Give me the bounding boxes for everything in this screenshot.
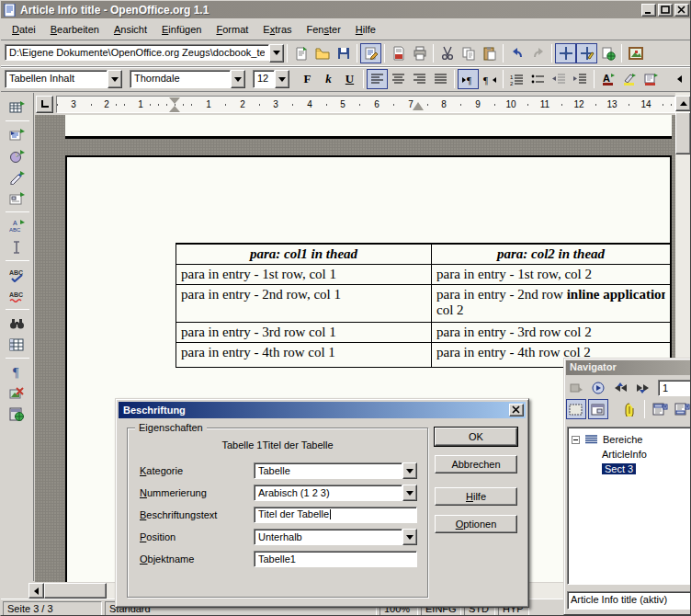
- align-left-button[interactable]: [367, 69, 388, 89]
- footer-button[interactable]: [672, 399, 691, 419]
- paragraph-background-button[interactable]: [640, 69, 661, 89]
- kategorie-dropdown-icon[interactable]: [402, 462, 417, 479]
- page-number-spinbox[interactable]: [658, 380, 691, 396]
- right-indent-marker[interactable]: [413, 102, 424, 110]
- font-dropdown-icon[interactable]: [231, 70, 245, 88]
- align-right-button[interactable]: [409, 69, 430, 89]
- tree-item-articleinfo[interactable]: ArticleInfo: [568, 447, 691, 462]
- highlighting-button[interactable]: [618, 69, 640, 89]
- font-size-combobox[interactable]: 12: [253, 70, 289, 88]
- url-input[interactable]: [5, 44, 269, 61]
- menu-extras[interactable]: Extras: [255, 21, 299, 38]
- content-view-button[interactable]: [588, 399, 608, 419]
- tab-type-selector[interactable]: [36, 96, 53, 113]
- collapse-icon[interactable]: [572, 436, 580, 444]
- menu-format[interactable]: Format: [209, 21, 255, 38]
- size-dropdown-icon[interactable]: [275, 70, 289, 88]
- set-reminder-button[interactable]: [619, 399, 640, 419]
- hyperlink-bar-button[interactable]: [597, 43, 618, 63]
- menu-fenster[interactable]: Fenster: [300, 21, 348, 38]
- left-to-right-button[interactable]: ¶: [458, 69, 479, 89]
- nonprinting-characters-button[interactable]: ¶: [5, 361, 30, 382]
- list-box-toggle-button[interactable]: [566, 399, 586, 419]
- table-cell[interactable]: para in entry - 3rd row col 2: [432, 323, 671, 343]
- autospellcheck-button[interactable]: ABC: [5, 285, 30, 306]
- autotext-button[interactable]: AABC: [5, 215, 30, 236]
- options-button[interactable]: Optionen: [435, 515, 517, 533]
- scroll-left-button[interactable]: [28, 583, 44, 599]
- open-button[interactable]: [312, 43, 333, 63]
- nummerierung-dropdown-icon[interactable]: [402, 485, 417, 501]
- insert-button[interactable]: [5, 97, 30, 118]
- help-button[interactable]: Hilfe: [435, 487, 517, 506]
- header-button[interactable]: [650, 399, 670, 419]
- direct-cursor-button[interactable]: [5, 236, 30, 257]
- beschriftungstext-field[interactable]: Titel der Tabelle: [254, 507, 417, 523]
- ok-button[interactable]: OK: [435, 428, 517, 446]
- navigator-tree[interactable]: Bereiche ArticleInfo Sect 3: [567, 427, 691, 585]
- menu-einfuegen[interactable]: Einfügen: [154, 21, 209, 38]
- gallery-button[interactable]: [625, 43, 646, 63]
- font-color-button[interactable]: A: [597, 69, 618, 89]
- menu-ansicht[interactable]: Ansicht: [107, 21, 154, 38]
- insert-objects-button[interactable]: [5, 145, 30, 166]
- data-sources-button[interactable]: [5, 334, 30, 355]
- redo-button[interactable]: [527, 43, 549, 63]
- cancel-button[interactable]: Abbrechen: [435, 455, 517, 473]
- undo-button[interactable]: [506, 43, 527, 63]
- navigator-toggle-button[interactable]: [555, 43, 576, 63]
- align-justify-button[interactable]: [430, 69, 451, 89]
- form-functions-button[interactable]: [5, 188, 30, 209]
- table-header-cell[interactable]: para: col2 in thead: [432, 244, 671, 265]
- tree-item-bereiche[interactable]: Bereiche: [568, 432, 691, 447]
- url-dropdown-icon[interactable]: [269, 44, 284, 63]
- close-button[interactable]: [674, 4, 689, 17]
- table-cell[interactable]: para in entry - 2nd row, col 1: [176, 285, 432, 323]
- dialog-title-bar[interactable]: Beschriftung: [119, 402, 526, 418]
- menu-hilfe[interactable]: Hilfe: [348, 21, 383, 38]
- save-button[interactable]: [333, 43, 354, 63]
- table-cell[interactable]: para in entry - 1st row, col 2: [432, 265, 671, 285]
- table-cell[interactable]: para in entry - 2nd row inline applicati…: [432, 285, 671, 323]
- table-cell[interactable]: para in entry - 3rd row col 1: [176, 323, 432, 343]
- align-center-button[interactable]: [388, 69, 409, 89]
- stylist-toggle-button[interactable]: [576, 43, 597, 63]
- menu-datei[interactable]: Datei: [5, 21, 43, 38]
- insert-fields-button[interactable]: [5, 124, 30, 145]
- horizontal-scroll-thumb[interactable]: [44, 583, 107, 599]
- numbered-list-button[interactable]: 12: [506, 69, 527, 89]
- url-combobox[interactable]: [5, 44, 284, 63]
- bold-button[interactable]: F: [297, 69, 318, 89]
- toolbar-scroll-left-button[interactable]: [669, 69, 690, 89]
- paragraph-style-combobox[interactable]: Tabellen Inhalt: [5, 70, 122, 88]
- italic-button[interactable]: k: [318, 69, 339, 89]
- minimize-button[interactable]: [641, 4, 656, 17]
- cut-button[interactable]: [436, 43, 458, 63]
- nummerierung-combobox[interactable]: Arabisch (1 2 3): [254, 485, 417, 501]
- tree-item-sect3[interactable]: Sect 3: [568, 462, 691, 476]
- edit-file-button[interactable]: [360, 43, 381, 63]
- navigator-title-bar[interactable]: Navigator: [566, 360, 691, 375]
- scroll-up-button[interactable]: [675, 96, 691, 111]
- objektname-input[interactable]: [254, 551, 417, 567]
- margin-marker[interactable]: [169, 97, 180, 112]
- export-pdf-button[interactable]: [388, 43, 409, 63]
- graphics-onoff-button[interactable]: [5, 382, 30, 404]
- decrease-indent-button[interactable]: [549, 69, 570, 89]
- beschriftungstext-input[interactable]: Titel der Tabelle: [254, 507, 417, 523]
- horizontal-ruler[interactable]: 3 2 1 1 2 3 4 5 6 7 8 9 10 11 12 13 14: [56, 96, 675, 113]
- print-button[interactable]: [409, 43, 430, 63]
- online-layout-button[interactable]: [5, 404, 30, 425]
- find-replace-button[interactable]: [5, 313, 30, 334]
- underline-button[interactable]: U: [339, 69, 360, 89]
- menu-bearbeiten[interactable]: Bearbeiten: [43, 21, 107, 38]
- vertical-scroll-thumb[interactable]: [675, 112, 691, 154]
- style-dropdown-icon[interactable]: [108, 70, 122, 88]
- spellcheck-button[interactable]: ABC: [5, 264, 30, 285]
- right-to-left-button[interactable]: ¶: [479, 69, 500, 89]
- dialog-close-button[interactable]: [509, 404, 524, 416]
- font-name-combobox[interactable]: Thorndale: [130, 70, 245, 88]
- new-document-button[interactable]: [290, 43, 312, 63]
- bullet-list-button[interactable]: [527, 69, 549, 89]
- toggle-button[interactable]: [566, 378, 586, 398]
